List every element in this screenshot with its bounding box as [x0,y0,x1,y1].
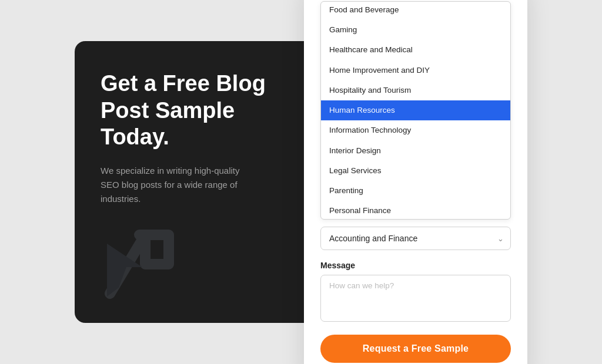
left-card: Get a Free Blog Post Sample Today. We sp… [75,41,322,323]
dropdown-item-food[interactable]: Food and Beverage [321,2,510,20]
dropdown-item-home[interactable]: Home Improvement and DIY [321,60,510,80]
message-textarea[interactable] [320,275,511,322]
description: We specialize in writing high-quality SE… [101,164,253,206]
industry-dropdown-list[interactable]: Environment and SustainabilityFashion an… [320,1,511,220]
dropdown-item-interior[interactable]: Interior Design [321,141,510,161]
submit-button[interactable]: Request a Free Sample [320,335,511,363]
dropdown-item-it[interactable]: Information Technology [321,120,510,140]
dropdown-item-parenting[interactable]: Parenting [321,181,510,201]
main-container: Get a Free Blog Post Sample Today. We sp… [19,0,583,364]
dropdown-list-inner[interactable]: Environment and SustainabilityFashion an… [321,2,510,219]
dropdown-item-gaming[interactable]: Gaming [321,20,510,40]
right-card: Environment and SustainabilityFashion an… [304,0,527,364]
dropdown-item-hospitality[interactable]: Hospitality and Tourism [321,80,510,100]
dropdown-item-hr[interactable]: Human Resources [321,100,510,120]
headline: Get a Free Blog Post Sample Today. [101,70,296,151]
arrow-icon [98,223,180,305]
dropdown-item-healthcare[interactable]: Healthcare and Medical [321,40,510,60]
accounting-select[interactable]: Accounting and FinanceAgricultureArchite… [320,227,511,250]
dropdown-item-finance[interactable]: Personal Finance [321,201,510,219]
select-wrapper: Accounting and FinanceAgricultureArchite… [320,227,511,250]
message-label: Message [320,261,511,270]
dropdown-item-legal[interactable]: Legal Services [321,161,510,181]
